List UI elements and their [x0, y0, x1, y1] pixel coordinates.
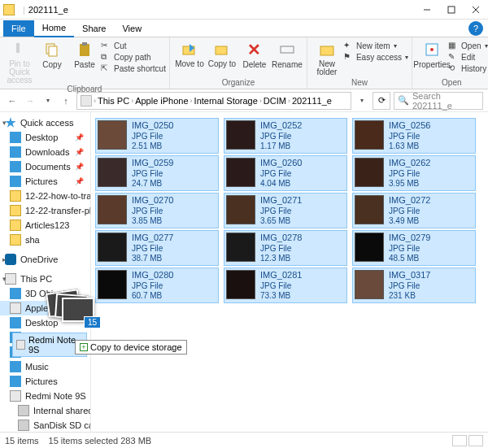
sidebar-item[interactable]: Apple iPhone — [0, 301, 90, 315]
qat-sep: | — [23, 5, 25, 15]
sidebar-item[interactable]: Redmi Note 9S — [0, 389, 90, 403]
thumbnails-view-button[interactable] — [468, 435, 483, 446]
status-count: 15 items — [5, 436, 39, 446]
ribbon-group-clipboard: Pin to Quick access Copy Paste ✂Cut ⧉Cop… — [0, 37, 170, 89]
crumb[interactable]: 202111_e — [292, 96, 332, 106]
crumb[interactable]: This PC — [98, 96, 129, 106]
open-button[interactable]: ▦Open▾ — [448, 41, 487, 50]
rename-button[interactable]: Rename — [271, 39, 303, 69]
address-dropdown[interactable]: ▾ — [355, 94, 369, 108]
folder-icon — [10, 205, 21, 216]
refresh-button[interactable]: ⟳ — [373, 92, 390, 110]
sidebar-quick-access[interactable]: ▾Quick access — [0, 115, 90, 130]
file-type: JPG File — [260, 244, 302, 254]
sidebar-item[interactable]: 12-22-transfer-photos- — [0, 203, 90, 218]
history-button[interactable]: ⟲History — [448, 63, 487, 73]
file-item[interactable]: IMG_0271 JPG File 3.65 MB — [224, 194, 346, 228]
file-size: 24.7 MB — [132, 179, 173, 189]
crumb[interactable]: Internal Storage — [194, 96, 258, 106]
sidebar-item[interactable]: Pictures — [0, 374, 90, 389]
file-item[interactable]: IMG_0279 JPG File 48.5 MB — [353, 231, 475, 265]
tab-home[interactable]: Home — [34, 20, 74, 37]
tab-file[interactable]: File — [3, 20, 34, 37]
easy-access-button[interactable]: ⚑Easy access▾ — [343, 52, 408, 62]
sidebar-item[interactable]: SanDisk SD card — [0, 418, 90, 432]
window-title: 202111_e — [28, 5, 68, 15]
sidebar-item[interactable]: 3D Objects — [0, 286, 90, 301]
file-size: 4.04 MB — [260, 179, 302, 189]
file-type: JPG File — [260, 281, 302, 291]
group-label: New — [311, 78, 408, 89]
file-item[interactable]: IMG_0262 JPG File 3.95 MB — [353, 156, 475, 190]
copy-path-button[interactable]: ⧉Copy path — [101, 52, 166, 62]
move-to-button[interactable]: Move to — [173, 39, 206, 68]
cut-button[interactable]: ✂Cut — [101, 41, 166, 50]
new-folder-button[interactable]: New folder — [311, 39, 343, 76]
folder-icon — [3, 4, 15, 15]
delete-button[interactable]: ✕Delete — [238, 39, 271, 69]
paste-button[interactable]: Paste — [68, 39, 101, 69]
copy-button[interactable]: Copy — [36, 39, 68, 69]
crumb[interactable]: Apple iPhone — [135, 96, 188, 106]
thumbnail — [98, 158, 127, 187]
file-size: 3.65 MB — [260, 216, 302, 226]
help-button[interactable]: ? — [468, 21, 483, 36]
sidebar-item[interactable]: Internal shared storage — [0, 403, 90, 418]
search-input[interactable]: 🔍 Search 202111_e — [394, 92, 483, 110]
file-list[interactable]: IMG_0250 JPG File 2.51 MB IMG_0252 JPG F… — [91, 112, 488, 432]
file-item[interactable]: IMG_0317 JPG File 231 KB — [353, 268, 475, 302]
edit-button[interactable]: ✎Edit — [448, 52, 487, 62]
tab-share[interactable]: Share — [74, 20, 114, 37]
file-item[interactable]: IMG_0250 JPG File 2.51 MB — [96, 119, 218, 153]
sidebar-item[interactable]: Documents📌 — [0, 159, 90, 174]
svg-rect-12 — [320, 46, 333, 55]
crumb[interactable]: DCIM — [264, 96, 286, 106]
file-item[interactable]: IMG_0260 JPG File 4.04 MB — [224, 156, 346, 190]
tab-view[interactable]: View — [114, 20, 150, 37]
forward-button[interactable]: → — [23, 94, 37, 108]
file-type: JPG File — [389, 244, 430, 254]
breadcrumb[interactable]: › This PC› Apple iPhone› Internal Storag… — [76, 92, 351, 110]
sidebar-item[interactable]: Pictures📌 — [0, 174, 90, 189]
status-bar: 15 items 15 items selected 283 MB — [0, 432, 488, 448]
file-item[interactable]: IMG_0256 JPG File 1.63 MB — [353, 119, 475, 153]
file-name: IMG_0260 — [260, 158, 302, 168]
properties-button[interactable]: Properties — [416, 39, 448, 69]
file-item[interactable]: IMG_0280 JPG File 60.7 MB — [96, 268, 218, 302]
file-item[interactable]: IMG_0270 JPG File 3.85 MB — [96, 194, 218, 228]
details-view-button[interactable] — [452, 435, 467, 446]
sidebar-onedrive[interactable]: ▸OneDrive — [0, 252, 90, 267]
sidebar-item[interactable]: sha — [0, 233, 90, 247]
pin-icon: 📌 — [75, 177, 87, 185]
minimize-button[interactable] — [415, 0, 439, 20]
file-item[interactable]: IMG_0277 JPG File 38.7 MB — [96, 231, 218, 265]
back-button[interactable]: ← — [5, 94, 20, 108]
plus-icon: + — [80, 343, 88, 351]
up-button[interactable]: ↑ — [59, 94, 73, 108]
file-item[interactable]: IMG_0259 JPG File 24.7 MB — [96, 156, 218, 190]
maximize-button[interactable] — [439, 0, 464, 20]
file-type: JPG File — [132, 244, 173, 254]
file-name: IMG_0278 — [260, 233, 302, 243]
sidebar-item[interactable]: 12-22-how-to-transfer- — [0, 189, 90, 203]
file-item[interactable]: IMG_0272 JPG File 3.49 MB — [353, 194, 475, 228]
sidebar-item[interactable]: Desktop📌 — [0, 130, 90, 145]
thumbnail — [355, 120, 384, 150]
file-item[interactable]: IMG_0281 JPG File 73.3 MB — [224, 268, 346, 302]
recent-dropdown[interactable]: ▾ — [41, 94, 55, 108]
paste-shortcut-button[interactable]: ⇱Paste shortcut — [101, 63, 166, 73]
sidebar-item[interactable]: Desktop — [0, 315, 90, 330]
drag-tooltip: + Copy to device storage — [75, 340, 187, 354]
sidebar-item[interactable]: Music — [0, 359, 90, 374]
pin-quick-access-button[interactable]: Pin to Quick access — [3, 39, 36, 85]
file-item[interactable]: IMG_0278 JPG File 12.3 MB — [224, 231, 346, 265]
item-icon — [10, 317, 21, 328]
sidebar-item[interactable]: Articles123 — [0, 218, 90, 233]
copy-to-button[interactable]: Copy to — [206, 39, 238, 68]
sidebar-item[interactable]: Downloads📌 — [0, 145, 90, 159]
file-item[interactable]: IMG_0252 JPG File 1.17 MB — [224, 119, 346, 153]
sidebar-this-pc[interactable]: ▾This PC — [0, 272, 90, 286]
close-button[interactable] — [464, 0, 488, 20]
new-item-button[interactable]: ✦New item▾ — [343, 41, 408, 50]
file-name: IMG_0271 — [260, 195, 302, 206]
